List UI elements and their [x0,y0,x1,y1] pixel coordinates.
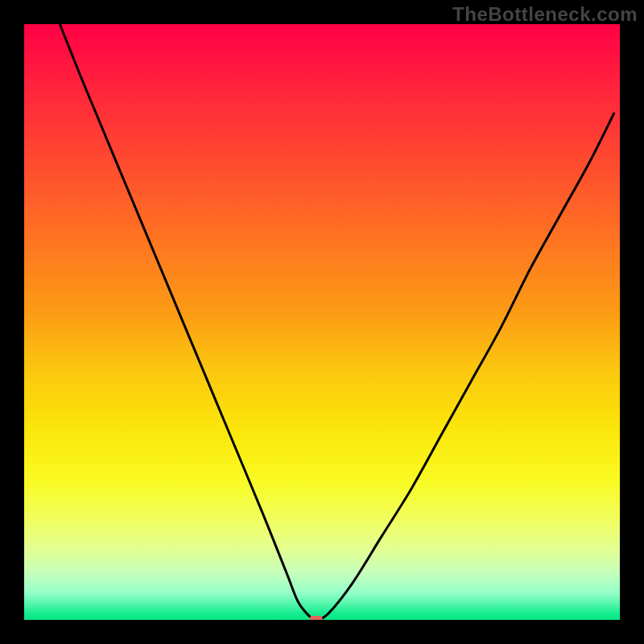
minimum-marker [310,616,323,620]
plot-area [24,24,620,620]
bottleneck-curve [60,24,613,620]
watermark-text: TheBottleneck.com [452,3,638,26]
chart-stage: TheBottleneck.com [0,0,644,644]
curve-svg [24,24,620,620]
